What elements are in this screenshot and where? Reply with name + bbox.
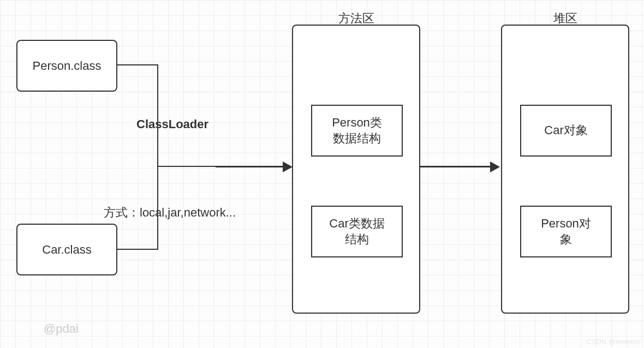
arrowhead-icon — [283, 161, 293, 172]
arrow-to-heap-area — [420, 166, 491, 167]
person-obj-box: Person对 象 — [520, 206, 612, 257]
watermark-br-label: CSDN @leeleezl — [586, 338, 640, 346]
heap-area-container: 堆区 Car对象 Person对 象 — [501, 25, 629, 314]
connector-line — [117, 249, 158, 250]
person-struct-box: Person类 数据结构 — [311, 105, 403, 157]
connector-line — [157, 166, 216, 167]
method-area-title: 方法区 — [338, 10, 374, 27]
person-struct-label: Person类 数据结构 — [332, 115, 382, 146]
watermark-label: @pdai — [44, 322, 79, 336]
car-obj-box: Car对象 — [520, 105, 612, 157]
person-class-box: Person.class — [16, 40, 117, 92]
person-class-label: Person.class — [33, 59, 102, 73]
arrowhead-icon — [490, 161, 500, 172]
heap-area-title: 堆区 — [553, 10, 577, 27]
method-area-container: 方法区 Person类 数据结构 Car类数据 结构 — [292, 25, 420, 314]
car-struct-box: Car类数据 结构 — [311, 206, 403, 257]
car-class-box: Car.class — [16, 224, 117, 275]
connector-line — [157, 64, 158, 250]
car-struct-label: Car类数据 结构 — [329, 216, 384, 247]
method-desc-label: 方式：local,jar,network... — [104, 205, 236, 221]
arrow-to-method-area — [216, 166, 284, 167]
classloader-label: ClassLoader — [136, 117, 208, 131]
car-class-label: Car.class — [42, 243, 91, 257]
connector-line — [117, 64, 158, 65]
person-obj-label: Person对 象 — [541, 216, 591, 247]
car-obj-label: Car对象 — [544, 123, 587, 139]
